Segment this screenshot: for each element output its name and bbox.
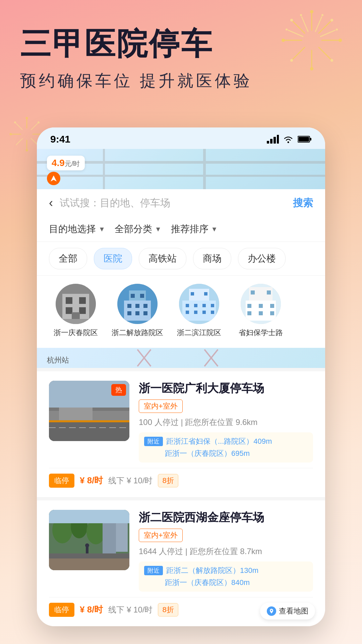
tab-hospital[interactable]: 医院: [94, 248, 132, 269]
nearby-row-4: 距浙一（庆春院区）840m: [144, 578, 308, 588]
svg-rect-68: [143, 311, 147, 315]
tab-all[interactable]: 全部: [49, 248, 87, 269]
search-bar[interactable]: ‹ 试试搜：目的地、停车场 搜索: [37, 189, 325, 217]
parking-card-1[interactable]: 热 浙一医院广利大厦停车场 室内+室外 100 人停过 | 距您所在位置 9.6…: [37, 368, 325, 497]
parking-card-2-tag: 室内+室外: [139, 529, 183, 542]
filter-category[interactable]: 全部分类 ▼: [115, 223, 162, 235]
nearby-text-4: 距浙一（庆春院区）840m: [165, 578, 250, 588]
parking-card-1-nearby: 附近 距浙江省妇保（...路院区）409m 距浙一（庆春院区）695m: [139, 432, 313, 463]
search-input[interactable]: 试试搜：目的地、停车场: [60, 196, 286, 210]
hospital-circle-3: [179, 284, 219, 324]
hospital-item-3[interactable]: 浙二滨江院区: [172, 284, 226, 338]
status-time: 9:41: [50, 133, 70, 145]
svg-rect-55: [79, 307, 86, 314]
svg-point-120: [85, 543, 89, 547]
hospital-building-3-icon: [179, 284, 219, 324]
status-bar: 9:41: [37, 127, 325, 149]
map-view-button[interactable]: 查看地图: [260, 603, 315, 620]
svg-point-42: [288, 142, 289, 143]
svg-rect-61: [131, 294, 135, 298]
hospital-item-2[interactable]: 浙二解放路院区: [111, 284, 164, 338]
tab-office[interactable]: 办公楼: [238, 248, 286, 269]
parking-card-2-stats: 1644 人停过 | 距您所在位置 8.7km: [139, 546, 313, 557]
hospital-item-4[interactable]: 省妇保学士路: [234, 284, 288, 338]
wifi-icon: [283, 135, 294, 144]
svg-rect-40: [274, 137, 276, 144]
svg-rect-86: [267, 290, 271, 294]
tab-train[interactable]: 高铁站: [139, 248, 186, 269]
search-button[interactable]: 搜索: [293, 196, 313, 210]
svg-rect-62: [140, 294, 144, 298]
svg-rect-84: [246, 301, 276, 321]
svg-rect-81: [211, 311, 214, 314]
svg-rect-53: [79, 297, 86, 304]
signal-icon: [267, 135, 279, 144]
nearby-text-2: 距浙一（庆春院区）695m: [165, 448, 250, 459]
svg-rect-78: [186, 311, 189, 314]
parking-card-1-tags: 室内+室外: [139, 399, 313, 413]
parking-card-2-temp-badge: 临停: [49, 603, 74, 617]
map-icon: [267, 606, 276, 616]
hero-title: 三甲医院停车: [20, 27, 342, 61]
svg-rect-108: [49, 420, 129, 422]
nearby-row-3: 附近 距浙二（解放路院区）130m: [144, 566, 308, 576]
nearby-tag-1: 附近: [144, 437, 163, 446]
parking-card-2[interactable]: 浙二医院西湖金座停车场 室内+室外 1644 人停过 | 距您所在位置 8.7k…: [37, 497, 325, 626]
svg-rect-116: [49, 510, 129, 523]
svg-point-34: [10, 133, 12, 136]
hospital-item-1[interactable]: 浙一庆春院区: [49, 284, 103, 338]
svg-rect-106: [49, 421, 129, 441]
svg-rect-77: [211, 304, 214, 307]
map-view-label: 查看地图: [279, 606, 308, 616]
svg-rect-54: [66, 307, 72, 314]
nav-icon: [47, 172, 60, 185]
svg-rect-60: [124, 301, 151, 321]
parking-card-1-offline: 线下 ¥ 10/时: [108, 475, 153, 486]
nearby-text-3: 距浙二（解放路院区）130m: [166, 566, 258, 576]
svg-rect-119: [86, 547, 88, 553]
filter-sort[interactable]: 推荐排序 ▼: [171, 223, 218, 235]
parking-card-2-tags: 室内+室外: [139, 529, 313, 542]
svg-rect-67: [135, 311, 139, 315]
parking-card-2-title: 浙二医院西湖金座停车场: [139, 510, 313, 525]
parking-card-2-offline: 线下 ¥ 10/时: [108, 604, 153, 615]
svg-line-29: [31, 123, 38, 130]
filter-category-label: 全部分类: [115, 223, 152, 235]
map-price-badge: 4.9元/时: [47, 156, 85, 170]
svg-rect-45: [298, 137, 309, 142]
parking-card-2-discount: 8折: [158, 603, 178, 616]
parking-card-1-price-row: 临停 ¥ 8/时 线下 ¥ 10/时 8折: [49, 468, 313, 488]
parking-card-2-nearby: 附近 距浙二（解放路院区）130m 距浙一（庆春院区）840m: [139, 561, 313, 592]
svg-rect-72: [191, 292, 194, 296]
svg-line-30: [16, 139, 22, 145]
parking-card-2-image: [49, 510, 129, 570]
filter-destination-label: 目的地选择: [49, 223, 96, 235]
nearby-tag-2: 附近: [144, 566, 163, 575]
svg-rect-39: [270, 139, 273, 144]
parking-lot-2-photo: [49, 510, 129, 570]
svg-rect-44: [310, 138, 311, 141]
hospital-label-2: 浙二解放路院区: [112, 328, 163, 338]
hospital-circle-4: [241, 284, 281, 324]
nearby-row-2: 距浙一（庆春院区）695m: [144, 448, 308, 459]
parking-card-2-info: 浙二医院西湖金座停车场 室内+室外 1644 人停过 | 距您所在位置 8.7k…: [139, 510, 313, 592]
svg-rect-73: [204, 292, 207, 296]
hospital-label-3: 浙二滨江院区: [177, 328, 221, 338]
svg-point-37: [38, 121, 40, 123]
svg-point-36: [14, 121, 16, 123]
svg-point-32: [26, 117, 28, 119]
filter-destination[interactable]: 目的地选择 ▼: [49, 223, 105, 235]
hospital-building-1-icon: [56, 284, 96, 324]
svg-point-121: [271, 610, 272, 611]
filter-row: 目的地选择 ▼ 全部分类 ▼ 推荐排序 ▼: [37, 217, 325, 242]
svg-rect-66: [127, 311, 131, 315]
hospital-circle-1: [56, 284, 96, 324]
back-button[interactable]: ‹: [49, 196, 53, 210]
nearby-row-1: 附近 距浙江省妇保（...路院区）409m: [144, 436, 308, 446]
svg-rect-74: [186, 304, 189, 307]
tab-mall[interactable]: 商场: [193, 248, 231, 269]
battery-icon: [298, 136, 312, 143]
hospital-circles: 浙一庆春院区 浙二解放路院区: [37, 276, 325, 348]
hospital-label-1: 浙一庆春院区: [54, 328, 98, 338]
svg-rect-41: [277, 135, 279, 144]
